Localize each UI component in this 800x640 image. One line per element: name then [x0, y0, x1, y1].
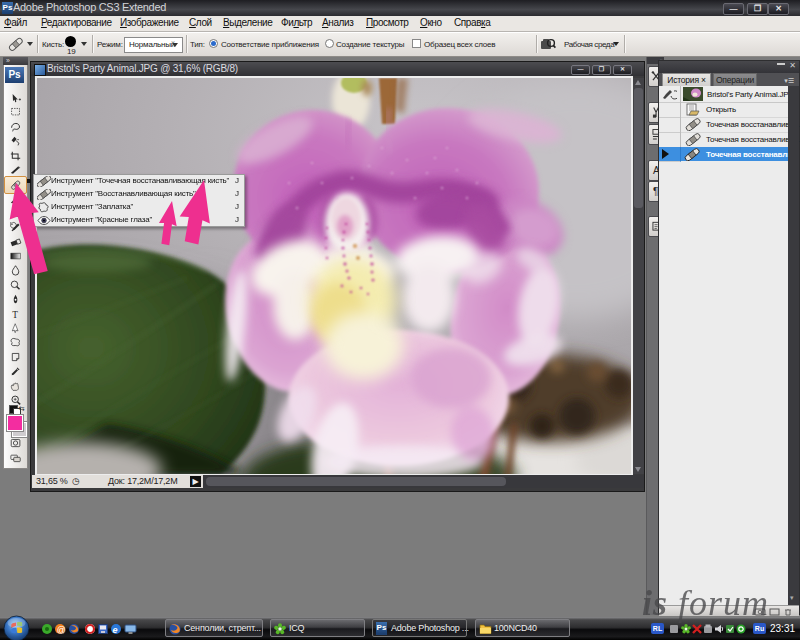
svg-text:T: T	[12, 310, 18, 320]
svg-text:e: e	[113, 625, 118, 635]
svg-text:@: @	[57, 625, 66, 635]
